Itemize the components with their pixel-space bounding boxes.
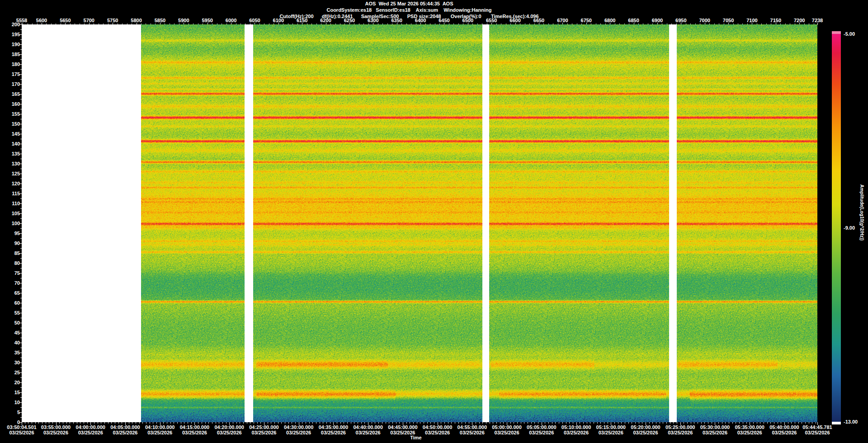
time-axis-minor-tick — [774, 422, 774, 424]
time-axis-major-tick — [264, 422, 264, 425]
time-axis-tick-label: 05:44:45.781 — [802, 424, 832, 430]
time-axis-minor-tick — [767, 422, 768, 424]
time-axis-minor-tick — [153, 422, 153, 424]
time-axis-minor-tick — [503, 422, 504, 424]
time-axis-date-label: 03/25/2026 — [703, 430, 727, 435]
time-axis-major-tick — [646, 422, 646, 425]
time-axis-minor-tick — [531, 422, 532, 424]
time-axis-minor-tick — [417, 422, 417, 424]
time-axis-minor-tick — [354, 422, 354, 424]
time-axis-minor-tick — [639, 422, 639, 424]
time-axis-minor-tick — [670, 422, 670, 424]
time-axis-minor-tick — [28, 422, 28, 424]
time-axis-minor-tick — [548, 422, 549, 424]
frequency-axis-tick-label: 105 — [8, 211, 20, 216]
time-axis-minor-tick — [677, 422, 677, 424]
time-axis-date-label: 03/25/2026 — [460, 430, 485, 435]
time-axis-minor-tick — [84, 422, 84, 424]
time-axis-minor-tick — [798, 422, 799, 424]
time-axis-minor-tick — [46, 422, 46, 424]
time-axis-tick-label: 05:00:00.000 — [492, 424, 521, 430]
time-axis-major-tick — [90, 422, 91, 425]
time-axis-minor-tick — [687, 422, 688, 424]
time-axis-minor-tick — [566, 422, 566, 424]
time-axis-date-label: 03/25/2026 — [529, 430, 554, 435]
frequency-axis-tick-label: 125 — [8, 171, 20, 176]
time-axis-minor-tick — [694, 422, 694, 424]
time-axis-minor-tick — [340, 422, 341, 424]
time-axis-minor-tick — [660, 422, 660, 424]
time-axis-minor-tick — [347, 422, 348, 424]
frequency-axis-tick-label: 200 — [8, 22, 20, 27]
time-axis-minor-tick — [712, 422, 712, 424]
colorbar-title: Amplitude(Log10(g^2/Hz)) — [859, 184, 864, 240]
time-axis-minor-tick — [583, 422, 584, 424]
time-axis-major-tick — [507, 422, 507, 425]
record-axis-major-tick — [817, 23, 818, 25]
time-axis-minor-tick — [292, 422, 292, 424]
time-axis-minor-tick — [420, 422, 420, 424]
time-axis-minor-tick — [708, 422, 708, 424]
time-axis-minor-tick — [649, 422, 650, 424]
time-axis-minor-tick — [146, 422, 146, 424]
time-axis-major-tick — [194, 422, 195, 425]
time-axis-minor-tick — [274, 422, 275, 424]
time-axis-minor-tick — [743, 422, 743, 424]
time-axis-minor-tick — [816, 422, 816, 424]
time-axis-minor-tick — [118, 422, 119, 424]
time-axis-minor-tick — [718, 422, 719, 424]
time-axis-minor-tick — [208, 422, 209, 424]
time-axis-minor-tick — [434, 422, 434, 424]
time-axis-minor-tick — [240, 422, 240, 424]
frequency-axis-tick-label: 25 — [8, 370, 20, 375]
time-axis-date-label: 03/25/2026 — [805, 430, 830, 435]
time-axis-minor-tick — [302, 422, 302, 424]
frequency-axis-tick-label: 80 — [8, 260, 20, 266]
time-axis-minor-tick — [805, 422, 806, 424]
time-axis-tick-label: 04:35:00.000 — [319, 424, 348, 430]
time-axis-major-tick — [368, 422, 368, 425]
time-axis-minor-tick — [510, 422, 511, 424]
time-axis-minor-tick — [778, 422, 778, 424]
time-axis-minor-tick — [600, 422, 601, 424]
time-axis-minor-tick — [219, 422, 219, 424]
frequency-axis-tick-label: 50 — [8, 320, 20, 325]
time-axis-minor-tick — [427, 422, 428, 424]
time-axis-minor-tick — [812, 422, 812, 424]
frequency-axis-tick-label: 45 — [8, 330, 20, 335]
time-axis-minor-tick — [25, 422, 25, 424]
time-axis-date-label: 03/25/2026 — [599, 430, 623, 435]
time-axis-minor-tick — [260, 422, 261, 424]
time-axis-minor-tick — [569, 422, 570, 424]
time-axis-tick-label: 05:20:00.000 — [631, 424, 660, 430]
time-axis-minor-tick — [430, 422, 431, 424]
time-axis-tick-label: 04:55:00.000 — [458, 424, 487, 430]
time-axis-minor-tick — [691, 422, 691, 424]
time-axis-minor-tick — [458, 422, 459, 424]
time-axis-minor-tick — [87, 422, 88, 424]
time-axis-minor-tick — [410, 422, 410, 424]
time-axis-minor-tick — [632, 422, 632, 424]
time-axis-date-label: 03/25/2026 — [251, 430, 276, 435]
time-axis-minor-tick — [757, 422, 757, 424]
time-axis-date-label: 03/25/2026 — [772, 430, 797, 435]
time-axis-minor-tick — [698, 422, 698, 424]
time-axis-minor-tick — [233, 422, 233, 424]
time-axis-minor-tick — [580, 422, 580, 424]
colorbar-tick-label: -9.00 — [844, 225, 855, 231]
spectrogram-canvas[interactable] — [22, 24, 817, 422]
time-axis-tick-label: 04:10:00.000 — [145, 424, 175, 430]
frequency-axis-tick-label: 5 — [8, 410, 20, 415]
time-axis-minor-tick — [226, 422, 226, 424]
time-axis-major-tick — [333, 422, 334, 425]
frequency-axis-tick-label: 160 — [8, 101, 20, 107]
frequency-axis-tick-label: 35 — [8, 350, 20, 355]
time-axis-minor-tick — [80, 422, 80, 424]
frequency-axis-tick-label: 40 — [8, 340, 20, 345]
time-axis-minor-tick — [451, 422, 452, 424]
frequency-axis-tick-label: 180 — [8, 61, 20, 67]
time-axis-minor-tick — [312, 422, 313, 424]
time-axis-minor-tick — [216, 422, 216, 424]
frequency-axis-tick-label: 140 — [8, 141, 20, 146]
time-axis-minor-tick — [309, 422, 310, 424]
